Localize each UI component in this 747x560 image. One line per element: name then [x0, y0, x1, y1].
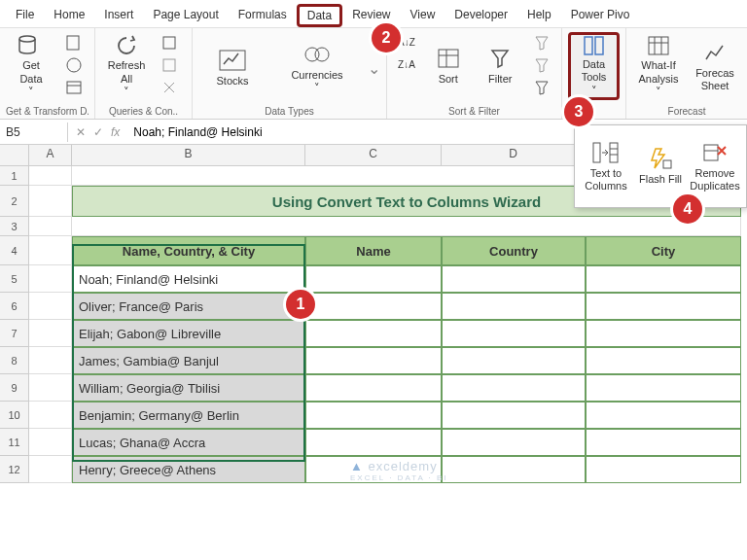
cell-C9[interactable] — [305, 374, 442, 402]
row-header-6[interactable]: 6 — [0, 293, 29, 320]
row-header-1[interactable]: 1 — [0, 166, 29, 186]
cell-E11[interactable] — [586, 429, 741, 456]
data-tools-button[interactable]: Data Tools ˅ — [568, 32, 620, 100]
menu-view[interactable]: View — [401, 4, 445, 27]
cell-A3[interactable] — [29, 217, 72, 236]
reapply-button[interactable] — [528, 54, 555, 76]
header-name-country-city[interactable]: Name, Country, & City — [72, 236, 305, 265]
row-header-4[interactable]: 4 — [0, 236, 29, 265]
cell-A7[interactable] — [29, 320, 72, 347]
menu-home[interactable]: Home — [44, 4, 94, 27]
stocks-button[interactable]: Stocks — [198, 46, 267, 89]
cell-A9[interactable] — [29, 374, 72, 402]
cell-A2[interactable] — [29, 186, 72, 217]
cell-E7[interactable] — [586, 320, 741, 347]
col-header-B[interactable]: B — [72, 145, 305, 165]
cell-A12[interactable] — [29, 456, 72, 483]
cell-B7[interactable]: Elijah; Gabon@ Libreville — [72, 320, 305, 347]
cell-E9[interactable] — [586, 374, 741, 402]
cell-A4[interactable] — [29, 236, 72, 265]
cell-D6[interactable] — [442, 293, 586, 320]
cell-A11[interactable] — [29, 429, 72, 456]
cell-B12[interactable]: Henry; Greece@ Athens — [72, 456, 305, 483]
col-header-A[interactable]: A — [29, 145, 72, 165]
menu-file[interactable]: File — [6, 4, 44, 27]
select-all-corner[interactable] — [0, 145, 29, 166]
forecast-sheet-button[interactable]: Forecas Sheet — [689, 32, 741, 100]
col-header-D[interactable]: D — [442, 145, 586, 165]
cell-B6[interactable]: Oliver; France@ Paris — [72, 293, 305, 320]
remove-duplicates-button[interactable]: Remove Duplicates — [688, 129, 742, 203]
queries-btn-1[interactable] — [156, 32, 183, 53]
cell-B8[interactable]: James; Gambia@ Banjul — [72, 347, 305, 374]
fx-icon[interactable]: fx — [111, 125, 120, 139]
text-to-columns-button[interactable]: Text to Columns — [579, 129, 633, 203]
menu-data[interactable]: Data — [297, 4, 342, 27]
row-header-8[interactable]: 8 — [0, 347, 29, 374]
advanced-filter-button[interactable] — [528, 77, 555, 98]
cell-D5[interactable] — [442, 265, 586, 293]
queries-btn-3[interactable] — [156, 77, 183, 98]
row-header-7[interactable]: 7 — [0, 320, 29, 347]
cell-B9[interactable]: William; Georgia@ Tbilisi — [72, 374, 305, 402]
menu-insert[interactable]: Insert — [94, 4, 143, 27]
menu-formulas[interactable]: Formulas — [229, 4, 297, 27]
cell-B11[interactable]: Lucas; Ghana@ Accra — [72, 429, 305, 456]
from-table-button[interactable] — [60, 77, 88, 98]
cell-C11[interactable] — [305, 429, 442, 456]
cell-D7[interactable] — [442, 320, 586, 347]
cell-D10[interactable] — [442, 402, 586, 429]
cell-B5[interactable]: Noah; Finland@ Helsinki — [72, 265, 305, 293]
cell-D9[interactable] — [442, 374, 586, 402]
cell-E6[interactable] — [586, 293, 741, 320]
cell-A5[interactable] — [29, 265, 72, 293]
row-header-12[interactable]: 12 — [0, 456, 29, 483]
sort-za-button[interactable]: Z↓A — [393, 54, 420, 76]
clear-filter-button[interactable] — [528, 32, 555, 53]
cell-E8[interactable] — [586, 347, 741, 374]
menu-power-pivot[interactable]: Power Pivo — [561, 4, 640, 27]
cell-E12[interactable] — [586, 456, 741, 483]
menu-page-layout[interactable]: Page Layout — [143, 4, 228, 27]
whatif-button[interactable]: What-If Analysis ˅ — [632, 32, 685, 100]
header-name[interactable]: Name — [305, 236, 442, 265]
sort-button[interactable]: Sort — [424, 32, 473, 100]
cell-C5[interactable] — [305, 265, 442, 293]
get-data-button[interactable]: Get Data ˅ — [6, 32, 56, 100]
cell-E5[interactable] — [586, 265, 741, 293]
col-header-C[interactable]: C — [305, 145, 442, 165]
cancel-formula-icon[interactable]: ✕ — [76, 125, 86, 139]
row-header-10[interactable]: 10 — [0, 402, 29, 429]
from-web-button[interactable] — [60, 54, 88, 76]
cell-C10[interactable] — [305, 402, 442, 429]
datatypes-overflow[interactable]: ⌄ — [368, 59, 380, 78]
cell-B10[interactable]: Benjamin; Germany@ Berlin — [72, 402, 305, 429]
row-header-2[interactable]: 2 — [0, 186, 29, 217]
cell-A8[interactable] — [29, 347, 72, 374]
row-header-11[interactable]: 11 — [0, 429, 29, 456]
header-city[interactable]: City — [586, 236, 741, 265]
cell-D8[interactable] — [442, 347, 586, 374]
row-header-3[interactable]: 3 — [0, 217, 29, 236]
flash-fill-button[interactable]: Flash Fill — [633, 129, 688, 203]
name-box[interactable]: B5 — [0, 122, 68, 142]
cell-C8[interactable] — [305, 347, 442, 374]
refresh-all-button[interactable]: Refresh All ˅ — [101, 32, 152, 100]
cell-B3[interactable] — [72, 217, 741, 236]
cell-A10[interactable] — [29, 402, 72, 429]
cell-A6[interactable] — [29, 293, 72, 320]
currencies-button[interactable]: Currencies ˅ — [278, 40, 356, 96]
cell-D12[interactable] — [442, 456, 586, 483]
row-header-9[interactable]: 9 — [0, 374, 29, 402]
cell-C7[interactable] — [305, 320, 442, 347]
menu-developer[interactable]: Developer — [445, 4, 517, 27]
enter-formula-icon[interactable]: ✓ — [93, 125, 103, 139]
row-header-5[interactable]: 5 — [0, 265, 29, 293]
header-country[interactable]: Country — [442, 236, 586, 265]
from-text-button[interactable] — [60, 32, 88, 53]
cell-E10[interactable] — [586, 402, 741, 429]
menu-help[interactable]: Help — [517, 4, 561, 27]
cell-C6[interactable] — [305, 293, 442, 320]
filter-button[interactable]: Filter — [477, 32, 525, 100]
cell-D11[interactable] — [442, 429, 586, 456]
